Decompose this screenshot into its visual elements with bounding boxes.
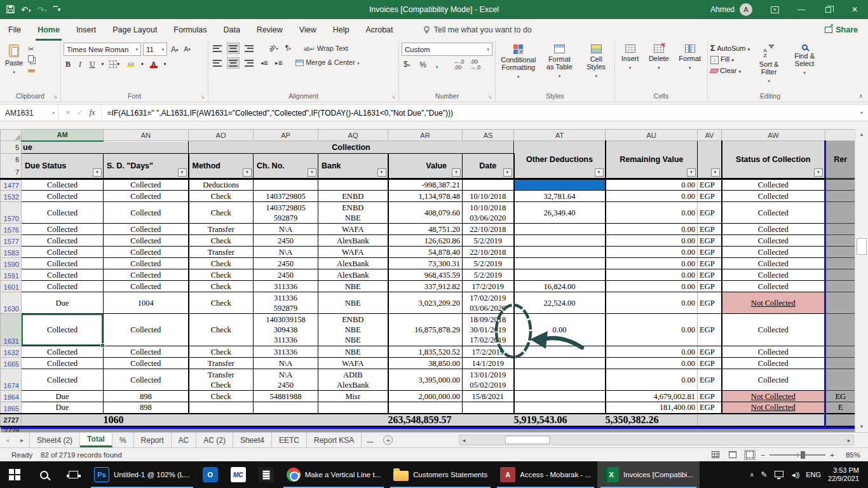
sheet-tab-sheet4-2-[interactable]: Sheet4 (2) bbox=[29, 433, 80, 447]
cell-rem-1864[interactable]: 4,679,002.81 bbox=[606, 391, 698, 402]
undo-button[interactable]: ↶▾ bbox=[21, 6, 31, 14]
row-header-1665[interactable]: 1665 bbox=[1, 358, 22, 369]
cell-ded-1674[interactable] bbox=[514, 369, 606, 391]
filter-button-currency-col-header[interactable]: ▼ bbox=[711, 168, 720, 177]
cell-date-1631[interactable]: 18/09/2018 30/01/2019 17/02/2019 bbox=[463, 314, 514, 346]
filter-button-value-header[interactable]: ▼ bbox=[452, 168, 461, 177]
cell-cur-1477[interactable]: EGP bbox=[698, 179, 722, 191]
cell-due-1864[interactable]: Due bbox=[22, 391, 104, 402]
cell-sd-1591[interactable]: Collected bbox=[104, 269, 189, 281]
cell-remark-1570[interactable] bbox=[825, 202, 855, 224]
cell-value-1570[interactable]: 408,079.60 bbox=[388, 202, 463, 224]
cell-status-1477[interactable]: Collected bbox=[722, 179, 825, 191]
total-cell-10[interactable] bbox=[722, 414, 825, 426]
cell-ded-1631[interactable]: 0.00 bbox=[514, 314, 606, 346]
cell-ded-1601[interactable]: 16,824.00 bbox=[514, 281, 606, 292]
cell-sd-1601[interactable]: Collected bbox=[104, 281, 189, 292]
cell-bank-1477[interactable] bbox=[318, 179, 388, 191]
cell-rem-1630[interactable]: 0.00 bbox=[606, 292, 698, 314]
sort-filter-button[interactable]: AZ Sort & Filter▾ bbox=[752, 43, 785, 87]
menu-tab-insert[interactable]: Insert bbox=[68, 19, 104, 41]
align-center-icon[interactable] bbox=[227, 57, 240, 69]
cell-ch-1865[interactable] bbox=[254, 402, 318, 414]
format-painter-button[interactable] bbox=[28, 66, 35, 74]
font-color-button[interactable]: A bbox=[148, 60, 159, 69]
cell-status-1674[interactable]: Collected bbox=[722, 369, 825, 391]
zoom-out-icon[interactable]: − bbox=[761, 451, 766, 459]
cell-due-1532[interactable]: Collected bbox=[22, 191, 104, 202]
col-header-AS[interactable]: AS bbox=[463, 130, 514, 141]
cell-sd-1532[interactable]: Collected bbox=[104, 191, 189, 202]
cell-bank-1570[interactable]: ENBD NBE bbox=[318, 202, 388, 224]
cell-value-1674[interactable]: 3,395,000.00 bbox=[388, 369, 463, 391]
cell-bank-1583[interactable]: WAFA bbox=[318, 247, 388, 258]
col-header-AW[interactable]: AW bbox=[722, 130, 825, 141]
filter-button-date-header[interactable]: ▼ bbox=[503, 168, 512, 177]
filter-button-status-of-collection-header[interactable]: ▼ bbox=[814, 168, 823, 177]
cell-remark-1591[interactable] bbox=[825, 269, 855, 281]
menu-tab-help[interactable]: Help bbox=[325, 19, 358, 41]
bold-button[interactable]: B bbox=[64, 59, 72, 69]
clock[interactable]: 3:53 PM 22/9/2021 bbox=[828, 466, 862, 484]
align-middle-icon[interactable] bbox=[227, 43, 240, 54]
cell-method-1576[interactable]: Transfer bbox=[189, 224, 254, 235]
cell-rem-1631[interactable]: 0.00 bbox=[606, 314, 698, 346]
language-indicator[interactable]: ENG bbox=[806, 471, 821, 478]
cell-remark-1532[interactable] bbox=[825, 191, 855, 202]
menu-tab-home[interactable]: Home bbox=[29, 19, 68, 41]
filter-button-bank-header[interactable]: ▼ bbox=[377, 168, 386, 177]
cell-value-1630[interactable]: 3,023,209.20 bbox=[388, 292, 463, 314]
filter-button-ch-no-header[interactable]: ▼ bbox=[308, 168, 316, 177]
col-header-AQ[interactable]: AQ bbox=[318, 130, 388, 141]
tab-scroll-right-icon[interactable]: ▸ bbox=[15, 433, 29, 447]
cell-cur-1577[interactable]: EGP bbox=[698, 235, 722, 247]
cell-method-1570[interactable]: Check bbox=[189, 202, 254, 224]
filter-button-remaining-value-header[interactable]: ▼ bbox=[687, 168, 696, 177]
cell-rem-1583[interactable]: 0.00 bbox=[606, 247, 698, 258]
cell-rem-1674[interactable]: 0.00 bbox=[606, 369, 698, 391]
cell-date-1590[interactable]: 5/2/2019 bbox=[463, 258, 514, 269]
cell-due-1665[interactable]: Collected bbox=[22, 358, 104, 369]
sheet-tab-ac-2-[interactable]: AC (2) bbox=[196, 433, 233, 447]
cell-date-1864[interactable]: 15/8/2021 bbox=[463, 391, 514, 402]
col-header-AU[interactable]: AU bbox=[606, 130, 698, 141]
page-layout-view-button[interactable] bbox=[727, 450, 738, 460]
total-cell-4[interactable] bbox=[318, 414, 388, 426]
name-box[interactable]: AM1631▾ bbox=[0, 105, 58, 121]
cell-sd-1570[interactable]: Collected bbox=[104, 202, 189, 224]
col-header-AO[interactable]: AO bbox=[189, 130, 254, 141]
cell-due-1631[interactable]: Collected bbox=[22, 314, 104, 346]
cell-remark-1577[interactable] bbox=[825, 235, 855, 247]
cell-rem-1665[interactable]: 0.00 bbox=[606, 358, 698, 369]
cancel-formula-icon[interactable]: ✕ bbox=[65, 109, 71, 117]
scroll-down-icon[interactable]: ▼ bbox=[855, 421, 868, 432]
cell-method-1865[interactable] bbox=[189, 402, 254, 414]
cell-value-1665[interactable]: 38,850.00 bbox=[388, 358, 463, 369]
taskbar-excel[interactable]: XInvoices [Compatibi... bbox=[597, 461, 700, 488]
cell-remark-1576[interactable] bbox=[825, 224, 855, 235]
tab-scroll-left-icon[interactable]: ◂ bbox=[0, 433, 15, 447]
cell-date-1583[interactable]: 22/10/2018 bbox=[463, 247, 514, 258]
enter-formula-icon[interactable]: ✓ bbox=[77, 109, 83, 117]
percent-format-button[interactable]: % bbox=[417, 60, 428, 70]
cell-due-1601[interactable]: Collected bbox=[22, 281, 104, 292]
decrease-indent-icon[interactable]: ◂≣ bbox=[259, 58, 270, 68]
cell-ch-1591[interactable]: 2450 bbox=[254, 269, 318, 281]
cell-cur-1590[interactable]: EGP bbox=[698, 258, 722, 269]
cell-rem-1601[interactable]: 0.00 bbox=[606, 281, 698, 292]
row-header-1632[interactable]: 1632 bbox=[1, 346, 22, 358]
cell-date-1570[interactable]: 10/10/2018 03/06/2020 bbox=[463, 202, 514, 224]
cell-ch-1590[interactable]: 2450 bbox=[254, 258, 318, 269]
cell-cur-1674[interactable]: EGP bbox=[698, 369, 722, 391]
cell-method-1632[interactable]: Check bbox=[189, 346, 254, 358]
cell-bank-1632[interactable]: NBE bbox=[318, 346, 388, 358]
start-button[interactable] bbox=[0, 461, 29, 488]
number-dialog-launcher[interactable]: ↘ bbox=[487, 94, 492, 100]
taskbar-chrome[interactable]: Make a Vertical Line t... bbox=[280, 461, 388, 488]
cell-remark-1865[interactable]: E bbox=[825, 402, 855, 414]
select-all-corner[interactable] bbox=[1, 130, 22, 141]
cell-ch-1583[interactable]: N\A bbox=[254, 247, 318, 258]
cell-bank-1865[interactable] bbox=[318, 402, 388, 414]
cell-date-1665[interactable]: 14/1/2019 bbox=[463, 358, 514, 369]
cell-value-1576[interactable]: 48,751.20 bbox=[388, 224, 463, 235]
